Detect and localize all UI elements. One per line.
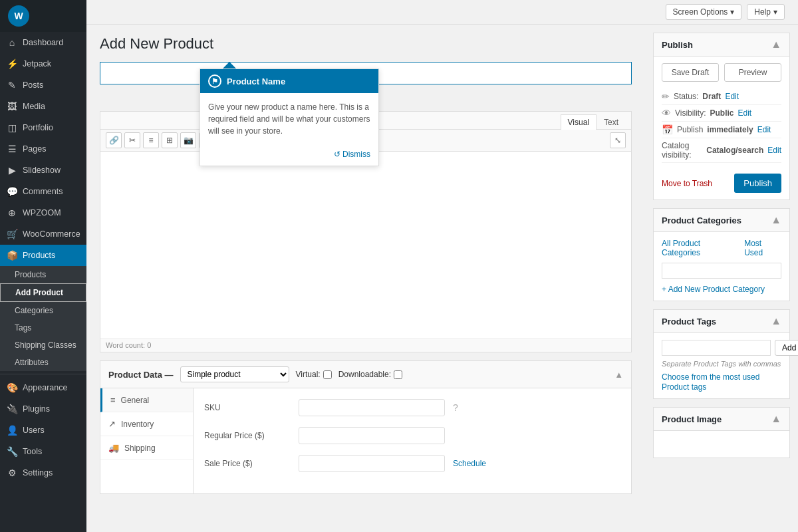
toolbar-grid-btn[interactable]: ⊞ — [162, 132, 178, 148]
pd-tab-shipping[interactable]: 🚚 Shipping — [100, 436, 193, 460]
add-tag-button[interactable]: Add — [775, 340, 798, 356]
pd-tab-inventory[interactable]: ↗ Inventory — [100, 412, 193, 436]
product-type-select[interactable]: Simple product Grouped product External/… — [180, 366, 289, 382]
category-search-input[interactable] — [662, 263, 781, 279]
submenu-attributes[interactable]: Attributes — [0, 354, 86, 371]
sidebar-item-dashboard[interactable]: ⌂ Dashboard — [0, 32, 86, 53]
sidebar-item-woocommerce[interactable]: 🛒 WooCommerce — [0, 223, 86, 245]
submenu-add-product[interactable]: Add Product — [0, 283, 86, 302]
tag-input[interactable] — [662, 340, 771, 356]
product-image-collapse-icon[interactable]: ▲ — [771, 413, 781, 425]
sidebar-item-portfolio[interactable]: ◫ Portfolio — [0, 117, 86, 138]
preview-button[interactable]: Preview — [724, 63, 781, 82]
sidebar-item-comments[interactable]: 💬 Comments — [0, 181, 86, 202]
publish-button[interactable]: Publish — [734, 174, 781, 193]
catalog-label: Catalog visibility: — [662, 141, 702, 160]
categories-collapse-icon[interactable]: ▲ — [771, 214, 781, 226]
submenu-products[interactable]: Products — [0, 266, 86, 283]
sidebar-item-appearance[interactable]: 🎨 Appearance — [0, 377, 86, 398]
schedule-link[interactable]: Schedule — [453, 459, 486, 468]
status-icon: ✏ — [662, 91, 670, 102]
publish-title: Publish — [662, 40, 693, 50]
sku-help-icon[interactable]: ? — [453, 402, 458, 413]
sidebar-item-label: Settings — [23, 468, 53, 477]
sidebar-item-posts[interactable]: ✎ Posts — [0, 74, 86, 96]
submenu-tags[interactable]: Tags — [0, 319, 86, 336]
visibility-label: Visibility: — [675, 108, 706, 118]
most-used-tags-link[interactable]: Choose from the most used Product tags — [662, 372, 759, 392]
catalog-edit-link[interactable]: Edit — [767, 146, 781, 155]
sidebar-item-wpzoom[interactable]: ⊕ WPZOOM — [0, 202, 86, 223]
publish-box-header: Publish ▲ — [654, 33, 789, 57]
product-name-tooltip: ⚑ Product Name Give your new product a n… — [200, 68, 379, 166]
save-draft-button[interactable]: Save Draft — [662, 63, 719, 82]
downloadable-checkbox[interactable] — [394, 370, 402, 379]
dashboard-icon: ⌂ — [7, 37, 17, 48]
toolbar-list-btn[interactable]: ≡ — [143, 132, 159, 148]
calendar-icon: 📅 — [662, 124, 673, 135]
toolbar-expand-btn[interactable]: ⤡ — [610, 132, 626, 148]
wp-logo-icon: W — [8, 5, 29, 27]
sale-price-input[interactable] — [299, 455, 445, 472]
pd-tab-general[interactable]: ≡ General — [100, 388, 193, 412]
status-row: ✏ Status: Draft Edit — [662, 88, 781, 105]
sidebar-item-settings[interactable]: ⚙ Settings — [0, 462, 86, 483]
editor-body[interactable] — [100, 152, 631, 338]
submenu-categories[interactable]: Categories — [0, 302, 86, 319]
page-title: Add New Product — [100, 35, 632, 53]
publish-edit-link[interactable]: Edit — [757, 125, 771, 134]
move-to-trash-button[interactable]: Move to Trash — [662, 179, 712, 188]
tooltip-body: Give your new product a name here. This … — [200, 93, 378, 145]
sidebar-item-label: WooCommerce — [23, 229, 80, 239]
tooltip-title: Product Name — [227, 76, 285, 86]
toolbar-image-btn[interactable]: 📷 — [180, 132, 196, 148]
slideshow-icon: ▶ — [7, 165, 17, 176]
add-category-link[interactable]: + Add New Product Category — [662, 285, 765, 294]
sidebar-item-products[interactable]: 📦 Products — [0, 245, 86, 266]
tag-hint: Separate Product Tags with commas — [662, 360, 781, 368]
sidebar-item-media[interactable]: 🖼 Media — [0, 96, 86, 117]
toolbar-expand: ⤡ — [610, 132, 626, 148]
sidebar-item-users[interactable]: 👤 Users — [0, 420, 86, 441]
virtual-checkbox[interactable] — [323, 370, 332, 379]
product-data-fields: SKU ? Regular Price ($) Sale Price ($) — [194, 388, 631, 493]
product-image-body — [654, 431, 789, 458]
all-categories-link[interactable]: All Product Categories — [662, 239, 739, 257]
sidebar-item-plugins[interactable]: 🔌 Plugins — [0, 398, 86, 420]
posts-icon: ✎ — [7, 80, 17, 90]
screen-options-button[interactable]: Screen Options ▾ — [666, 4, 742, 20]
dismiss-button[interactable]: ↺ Dismiss — [334, 150, 370, 159]
inventory-icon: ↗ — [108, 419, 116, 429]
products-icon: 📦 — [7, 250, 17, 261]
screen-options-label: Screen Options — [673, 7, 728, 17]
tools-icon: 🔧 — [7, 446, 17, 457]
help-button[interactable]: Help ▾ — [747, 4, 785, 20]
tab-text[interactable]: Text — [597, 114, 626, 130]
categories-body: All Product Categories Most Used + Add N… — [654, 232, 789, 301]
publish-collapse-icon[interactable]: ▲ — [771, 39, 781, 51]
sku-input[interactable] — [299, 399, 445, 416]
appearance-icon: 🎨 — [7, 382, 17, 393]
visibility-edit-link[interactable]: Edit — [737, 108, 751, 118]
pd-tab-label: General — [121, 396, 150, 405]
product-data-collapse-icon[interactable]: ▲ — [614, 370, 623, 380]
sidebar-item-slideshow[interactable]: ▶ Slideshow — [0, 160, 86, 181]
word-count: Word count: 0 — [100, 338, 631, 352]
tags-collapse-icon[interactable]: ▲ — [771, 315, 781, 327]
sidebar-item-label: Appearance — [23, 383, 67, 392]
toolbar-cut-btn[interactable]: ✂ — [124, 132, 140, 148]
tab-visual[interactable]: Visual — [561, 114, 597, 130]
sidebar-item-jetpack[interactable]: ⚡ Jetpack — [0, 53, 86, 74]
publish-bottom: Move to Trash Publish — [662, 168, 781, 193]
submenu-shipping-classes[interactable]: Shipping Classes — [0, 336, 86, 354]
sidebar-item-label: Jetpack — [23, 59, 51, 68]
toolbar-link-btn[interactable]: 🔗 — [106, 132, 122, 148]
pd-tab-label: Inventory — [121, 420, 154, 429]
tags-title: Product Tags — [662, 317, 716, 327]
regular-price-input[interactable] — [299, 427, 445, 444]
sidebar-item-tools[interactable]: 🔧 Tools — [0, 441, 86, 462]
most-used-link[interactable]: Most Used — [744, 239, 781, 257]
sidebar-item-label: Comments — [23, 187, 63, 196]
sidebar-item-pages[interactable]: ☰ Pages — [0, 138, 86, 160]
status-edit-link[interactable]: Edit — [725, 92, 739, 101]
